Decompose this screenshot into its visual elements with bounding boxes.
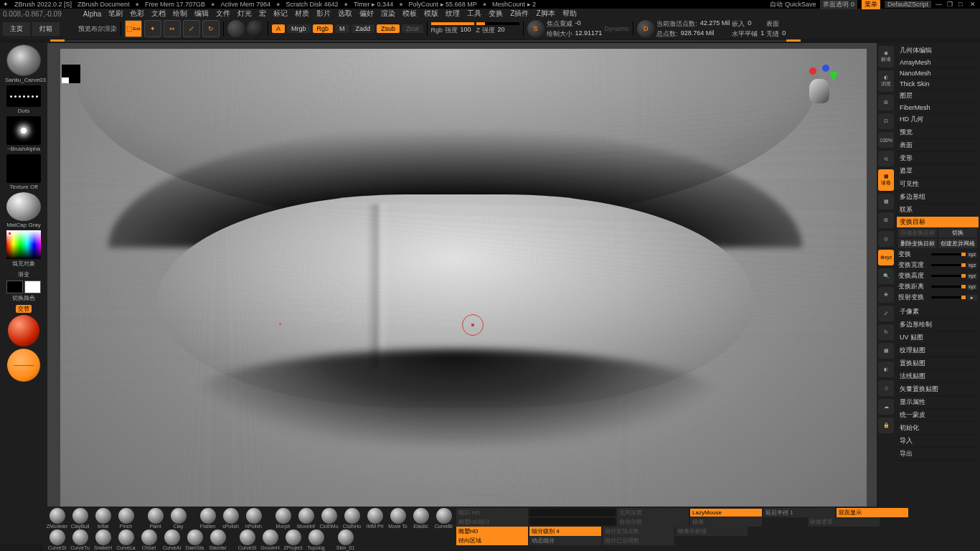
solo-button[interactable]: ☁: [878, 399, 894, 415]
shelf-brush-Inflat[interactable]: Inflat: [92, 508, 114, 529]
mode-a-button[interactable]: A: [272, 24, 285, 33]
menu-brush[interactable]: 笔刷: [108, 9, 123, 19]
move-mode-icon[interactable]: ⇔: [164, 20, 181, 37]
panel-displayprops[interactable]: 显示属性: [897, 396, 979, 409]
shelf-brush-CurveBr[interactable]: CurveBr: [433, 508, 455, 529]
maximize-icon[interactable]: □: [958, 1, 966, 8]
scroll-button[interactable]: ⊞: [878, 95, 894, 110]
texture-selector[interactable]: Texture Off: [5, 154, 42, 190]
transp-button[interactable]: ◐: [878, 362, 894, 377]
shelf-brush-Skin_01[interactable]: Skin_01: [334, 529, 357, 550]
panel-unifiedskin[interactable]: 统一蒙皮: [897, 409, 979, 422]
panel-import[interactable]: 导入: [897, 435, 979, 448]
panel-displacement[interactable]: 置换贴图: [897, 357, 979, 370]
menu-color[interactable]: 色彩: [130, 9, 144, 19]
mrgb-button[interactable]: Mrgb: [287, 24, 311, 33]
panel-texturemap[interactable]: 纹理贴图: [897, 344, 979, 357]
panel-uvmap[interactable]: UV 贴图: [897, 331, 979, 344]
focal-icon[interactable]: S: [527, 20, 545, 37]
stroke-selector[interactable]: Dots: [5, 85, 42, 114]
sculpthd2-button[interactable]: 雕塑HD: [456, 527, 528, 536]
zoom-button[interactable]: ⊡: [878, 113, 894, 129]
zcut-button[interactable]: Zcut: [402, 24, 423, 33]
subdiv-vert-label[interactable]: 细分至顶点数: [603, 527, 674, 536]
shelf-brush-CurveSt[interactable]: CurveSt: [46, 529, 68, 550]
m-button[interactable]: M: [335, 24, 349, 33]
shelf-brush-Pinch[interactable]: Pinch: [115, 508, 137, 529]
panel-nanomesh[interactable]: NanoMesh: [897, 68, 979, 79]
sculpthd-button[interactable]: 雕刻 HD: [456, 508, 528, 517]
switch-color-label[interactable]: 切换颜色: [5, 294, 42, 302]
panel-initialize[interactable]: 初始化: [897, 422, 979, 435]
line-fill-button[interactable]: ▦: [878, 343, 894, 359]
viewport[interactable]: [47, 43, 877, 544]
fill-object-label[interactable]: 填充对象: [5, 260, 42, 268]
shelf-brush-CurveSt[interactable]: CurveSt: [236, 529, 258, 550]
shelf-brush-Elastic[interactable]: Elastic: [410, 508, 432, 529]
mirror-label[interactable]: 镜像: [690, 517, 762, 527]
shelf-brush-ZModeler[interactable]: ZModeler: [46, 508, 68, 529]
infinite-depth-slider[interactable]: [529, 509, 616, 516]
axis-y-icon[interactable]: [829, 72, 838, 82]
menu-material[interactable]: 材质: [295, 9, 309, 19]
shelf-brush-Clay[interactable]: Clay: [167, 508, 189, 529]
close-icon[interactable]: ✕: [970, 1, 977, 8]
menu-stroke[interactable]: 模版: [424, 9, 438, 19]
create-diff-button[interactable]: 创建差异网格: [938, 239, 977, 248]
rgb-intensity-value[interactable]: 100: [461, 26, 471, 35]
panel-surface[interactable]: 表面: [897, 139, 979, 152]
local-symmetry-button[interactable]: ◎: [878, 231, 894, 247]
quicksave-button[interactable]: 自动 QuickSave: [770, 0, 816, 9]
menu-marker[interactable]: 标记: [273, 9, 288, 19]
embed-value[interactable]: 0: [748, 19, 751, 29]
shelf-brush-Move To[interactable]: Move To: [387, 508, 409, 529]
menu-help[interactable]: 帮助: [562, 9, 577, 19]
panel-vectordisp[interactable]: 矢量置换贴图: [897, 383, 979, 396]
shelf-brush-Topolog[interactable]: Topolog: [305, 529, 327, 550]
mirror-bridge-label[interactable]: 镜像并桥接: [676, 527, 748, 536]
panel-visibility[interactable]: 可见性: [897, 178, 979, 191]
tab-home[interactable]: 主页: [3, 22, 30, 36]
panel-export[interactable]: 导出: [897, 448, 979, 461]
panel-fibermesh[interactable]: FiberMesh: [897, 103, 979, 113]
menu-file[interactable]: 文件: [216, 9, 230, 19]
menu-texture[interactable]: 纹理: [446, 9, 460, 19]
alternate-button[interactable]: 交替: [16, 305, 32, 313]
menu-picker[interactable]: 选取: [338, 9, 352, 19]
rgb-button[interactable]: Rgb: [313, 24, 334, 33]
draw-size-value[interactable]: 12.91171: [575, 29, 603, 39]
menu-alpha[interactable]: Alpha: [83, 10, 102, 18]
swatch-secondary[interactable]: [24, 281, 41, 293]
color-picker[interactable]: 填充对象: [5, 230, 42, 268]
shelf-brush-ClayBuil[interactable]: ClayBuil: [69, 508, 91, 529]
material-selector[interactable]: MatCap Gray: [5, 192, 42, 228]
aahalf-button[interactable]: ½: [878, 151, 894, 166]
panel-geometry[interactable]: 几何体编辑: [897, 44, 979, 57]
restore-icon[interactable]: ❐: [947, 1, 954, 8]
shelf-brush-CurveAl[interactable]: CurveAl: [161, 529, 183, 550]
rotate-mode-icon[interactable]: ↻: [202, 20, 220, 37]
wireframe-button[interactable]: ▦: [878, 194, 894, 209]
shelf-brush-ClothHo[interactable]: ClothHo: [341, 508, 363, 529]
axis-gizmo[interactable]: [809, 60, 845, 103]
z-intensity-value[interactable]: 20: [498, 26, 505, 35]
shelf-brush-sPolish[interactable]: sPolish: [220, 508, 242, 529]
frame-button[interactable]: 🔍: [878, 268, 894, 284]
menu-light[interactable]: 灯光: [237, 9, 252, 19]
panel-normalmap[interactable]: 法线贴图: [897, 370, 979, 383]
lazy-radius-label[interactable]: 延迟半径 1: [763, 508, 835, 517]
shelf-brush-CurveTu[interactable]: CurveTu: [69, 529, 91, 550]
auto-subdiv-label[interactable]: 自动分组: [617, 517, 689, 527]
delete-morph-button[interactable]: 删除变换目标: [898, 239, 937, 248]
shelf-brush-MoveInf[interactable]: MoveInf: [295, 508, 317, 529]
menu-render[interactable]: 渲染: [381, 9, 395, 19]
dynamic-toggle[interactable]: Dynamic: [604, 25, 629, 32]
menu-stencil[interactable]: 模板: [402, 9, 417, 19]
menu-movie[interactable]: 影片: [316, 9, 331, 19]
best-button[interactable]: ◐浏览: [878, 70, 894, 92]
menu-zscript[interactable]: Z脚本: [536, 9, 555, 19]
edit-mode-icon[interactable]: ⬚Edit: [125, 20, 142, 37]
shelf-brush-GroomH[interactable]: GroomH: [259, 529, 281, 550]
axis-x-icon[interactable]: [809, 67, 816, 75]
mirror-cover-label[interactable]: 镜像遮罩: [808, 517, 880, 527]
